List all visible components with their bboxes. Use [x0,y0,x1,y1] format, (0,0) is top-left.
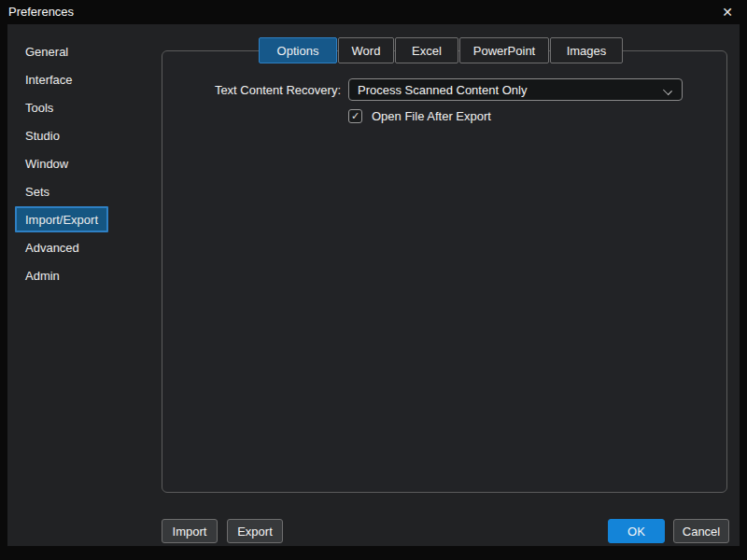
chevron-down-icon [664,87,671,94]
ok-button[interactable]: OK [608,519,665,543]
window-title: Preferences [8,0,74,24]
text-content-recovery-value: Process Scanned Content Only [358,83,527,97]
checkmark-icon: ✓ [351,111,359,121]
close-button[interactable]: ✕ [715,0,740,24]
sidebar-item-sets[interactable]: Sets [15,178,60,204]
sidebar-item-general[interactable]: General [15,38,78,64]
tab-word[interactable]: Word [338,37,394,63]
sidebar-item-import-export[interactable]: Import/Export [15,206,108,232]
open-file-after-export-label: Open File After Export [372,109,491,123]
sidebar-item-studio[interactable]: Studio [15,122,70,148]
tab-bar: Options Word Excel PowerPoint Images [259,37,623,63]
preferences-window: Preferences ✕ General Interface Tools St… [0,0,747,560]
text-content-recovery-label: Text Content Recovery: [162,83,341,97]
tab-options[interactable]: Options [259,37,337,63]
sidebar-item-window[interactable]: Window [15,150,78,176]
export-button[interactable]: Export [227,519,283,543]
open-file-after-export-row: ✓ Open File After Export [348,108,491,123]
tab-excel[interactable]: Excel [395,37,458,63]
open-file-after-export-checkbox[interactable]: ✓ [348,109,362,123]
sidebar-item-tools[interactable]: Tools [15,94,63,120]
import-button[interactable]: Import [162,519,218,543]
close-icon: ✕ [722,5,733,20]
tab-powerpoint[interactable]: PowerPoint [459,37,549,63]
tab-images[interactable]: Images [550,37,623,63]
title-bar: Preferences ✕ [0,0,747,24]
sidebar-item-advanced[interactable]: Advanced [15,234,90,260]
sidebar-item-admin[interactable]: Admin [15,262,70,288]
sidebar-item-interface[interactable]: Interface [15,66,83,92]
text-content-recovery-select[interactable]: Process Scanned Content Only [348,78,683,101]
cancel-button[interactable]: Cancel [673,519,729,543]
dialog-body: General Interface Tools Studio Window Se… [7,24,740,546]
sidebar: General Interface Tools Studio Window Se… [15,38,108,288]
text-content-recovery-row: Text Content Recovery: Process Scanned C… [162,78,683,101]
